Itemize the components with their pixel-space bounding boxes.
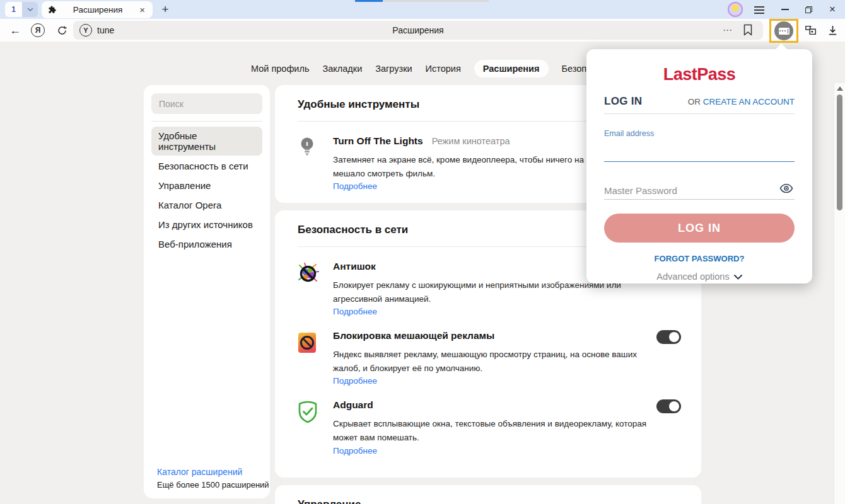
sidebar-item-management[interactable]: Управление: [151, 176, 262, 195]
extension-row-adguard: Adguard Скрывает всплывающие окна, текст…: [275, 386, 701, 455]
lastpass-extension-icon[interactable]: [774, 21, 793, 40]
extension-name: Антишок: [333, 261, 376, 272]
url-text: tune: [97, 25, 114, 35]
restore-window-button[interactable]: [799, 0, 818, 19]
extension-description: Яндекс выявляет рекламу, мешающую просмо…: [333, 348, 656, 375]
tab-bar: 1 Расширения × + ×: [0, 0, 845, 19]
passwords-manager-icon[interactable]: [801, 19, 821, 42]
sidebar-divider: [151, 121, 262, 122]
close-tab-icon[interactable]: ×: [138, 5, 146, 14]
sidebar-item-other-sources[interactable]: Из других источников: [151, 215, 262, 234]
tab-title: Расширения: [57, 5, 138, 14]
page-scrollbar[interactable]: [834, 83, 845, 504]
browser-window: 1 Расширения × + × ← Я Y tune: [0, 0, 845, 504]
section-management: Управление: [275, 485, 701, 504]
section-title: Управление: [275, 485, 701, 504]
tab-downloads[interactable]: Загрузки: [375, 64, 412, 74]
page-load-progress-bar: [355, 0, 383, 2]
sidebar-item-opera-catalog[interactable]: Каталог Opera: [151, 196, 262, 214]
details-link[interactable]: Подробнее: [333, 376, 681, 386]
scroll-up-arrow-icon[interactable]: [837, 86, 843, 91]
sidebar-item-web-apps[interactable]: Веб-приложения: [151, 235, 262, 253]
sidebar-item-network-security[interactable]: Безопасность в сети: [151, 157, 262, 175]
download-icon[interactable]: [822, 19, 842, 42]
close-window-button[interactable]: ×: [823, 0, 842, 19]
adguard-shield-icon: [298, 399, 319, 455]
extension-name: Turn Off The Lights: [333, 135, 423, 146]
forgot-password-link[interactable]: FORGOT PASSWORD?: [604, 254, 795, 263]
login-button[interactable]: LOG IN: [604, 214, 795, 243]
restore-icon: [805, 6, 812, 13]
browser-tab[interactable]: Расширения ×: [42, 1, 153, 18]
puzzle-icon: [48, 5, 57, 14]
extension-name: Adguard: [333, 399, 373, 410]
popup-arrow: [776, 43, 787, 49]
profile-avatar[interactable]: [728, 2, 743, 17]
back-icon[interactable]: ←: [6, 19, 24, 42]
reload-icon[interactable]: [53, 19, 71, 42]
extensions-catalog-note: Ещё более 1500 расширений: [157, 480, 269, 490]
tab-count[interactable]: 1: [5, 2, 22, 17]
address-page-title: Расширения: [73, 25, 763, 35]
sidebar-footer: Каталог расширений Ещё более 1500 расшир…: [157, 467, 269, 490]
email-field[interactable]: [604, 146, 795, 162]
or-text: OR: [688, 97, 703, 106]
extensions-catalog-link[interactable]: Каталог расширений: [157, 467, 269, 477]
sidebar-item-convenient-tools[interactable]: Удобные инструменты: [151, 127, 262, 156]
address-bar: ← Я Y tune Расширения ⋯: [0, 19, 845, 42]
lightbulb-icon: [298, 135, 319, 191]
show-password-eye-icon[interactable]: [779, 183, 793, 196]
extensions-sidebar: Удобные инструменты Безопасность в сети …: [144, 85, 270, 498]
tab-bookmarks[interactable]: Закладки: [322, 64, 362, 74]
chevron-down-icon: [734, 272, 742, 282]
email-label: Email address: [604, 129, 795, 138]
popup-divider: [604, 113, 795, 114]
tab-history[interactable]: История: [426, 64, 461, 74]
url-field[interactable]: Y tune Расширения ⋯: [73, 21, 763, 40]
ad-block-icon: [298, 330, 319, 386]
adguard-toggle[interactable]: [656, 399, 681, 413]
details-link[interactable]: Подробнее: [333, 446, 681, 455]
login-heading: LOG IN: [604, 95, 642, 108]
antishock-icon: [298, 261, 319, 316]
scrollbar-thumb[interactable]: [837, 94, 842, 210]
tab-counter-button[interactable]: 1: [5, 2, 38, 17]
extension-subtitle: Режим кинотеатра: [432, 136, 510, 146]
site-favicon-icon: Y: [79, 24, 92, 37]
master-password-field[interactable]: [604, 182, 795, 200]
ad-blocking-toggle[interactable]: [656, 330, 681, 344]
extension-row-ad-blocking: Блокировка мешающей рекламы Яндекс выявл…: [275, 316, 701, 386]
extension-name: Блокировка мешающей рекламы: [333, 330, 494, 341]
menu-icon[interactable]: [754, 4, 764, 16]
bookmark-icon[interactable]: [743, 24, 753, 38]
tab-extensions[interactable]: Расширения: [474, 60, 549, 77]
extension-description: Скрывает всплывающие окна, текстовые объ…: [333, 417, 656, 444]
details-link[interactable]: Подробнее: [333, 307, 681, 316]
advanced-options-toggle[interactable]: Advanced options: [604, 272, 795, 282]
page-load-progress-track: [383, 0, 489, 2]
lastpass-popup: LastPass LOG IN OR CREATE AN ACCOUNT Ema…: [586, 49, 812, 284]
tab-list-chevron-icon[interactable]: [22, 2, 38, 17]
yandex-logo-icon[interactable]: Я: [29, 19, 47, 42]
advanced-options-label: Advanced options: [656, 272, 729, 282]
new-tab-button[interactable]: +: [158, 2, 173, 17]
tab-my-profile[interactable]: Мой профиль: [251, 64, 309, 74]
lastpass-logo: LastPass: [604, 65, 795, 84]
search-input[interactable]: [151, 93, 262, 114]
address-more-icon[interactable]: ⋯: [723, 21, 733, 40]
minimize-button[interactable]: [776, 0, 795, 19]
create-account-link[interactable]: CREATE AN ACCOUNT: [703, 97, 795, 106]
